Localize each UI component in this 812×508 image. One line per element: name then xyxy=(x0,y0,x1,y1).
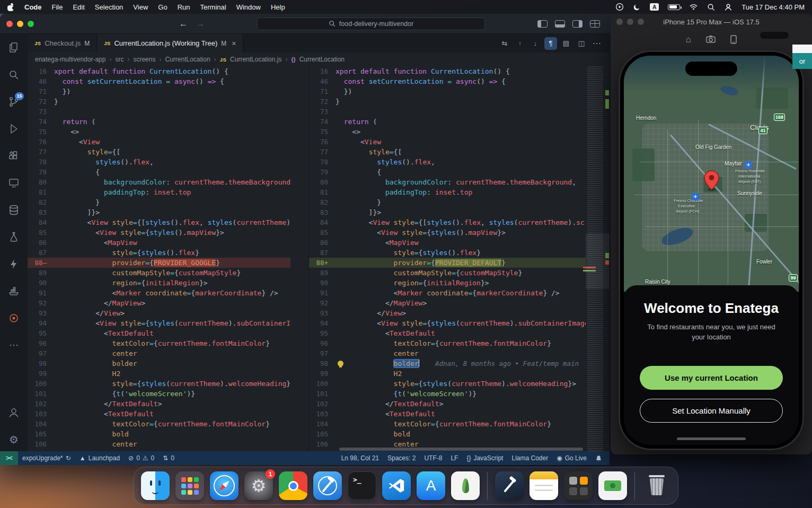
problems-item[interactable]: ⊘ 0 ⚠ 0 xyxy=(124,451,158,465)
set-location-manually-button[interactable]: Set Location Manually xyxy=(640,399,783,423)
extension-logo-icon[interactable] xyxy=(7,312,20,325)
dock-safari-icon[interactable] xyxy=(210,471,239,500)
code-line-90[interactable]: 90 region={initialRegion}> xyxy=(28,278,290,288)
account-icon[interactable] xyxy=(7,406,20,419)
breadcrumb-item[interactable]: enatega-multivendor-app xyxy=(35,56,105,63)
menubar-clock[interactable]: Tue 17 Dec 4:40 PM xyxy=(742,3,805,11)
toggle-panel-icon[interactable] xyxy=(555,20,565,28)
more-actions-icon[interactable]: ⋯ xyxy=(590,37,603,50)
map-icon[interactable]: ▤ xyxy=(560,37,572,50)
menu-item-run[interactable]: Run xyxy=(178,3,190,11)
code-line-88[interactable]: 88— provider={PROVIDER_GOOGLE} xyxy=(28,258,290,268)
code-line-98[interactable]: 98 bolder xyxy=(28,358,290,369)
code-line-46[interactable]: 46 const setCurrentLocation = async() =>… xyxy=(28,76,290,86)
code-line-89[interactable]: 89 customMapStyle={customMapStyle} xyxy=(28,268,290,278)
code-line-91[interactable]: 91 <Marker coordinate={markerCoordinate}… xyxy=(309,288,586,298)
code-line-84[interactable]: 84 <View style={[styles().flex, styles(c… xyxy=(28,217,290,227)
code-line-94[interactable]: 94 <View style={styles(currentTheme).sub… xyxy=(28,318,290,328)
code-line-96[interactable]: 96 textColor={currentTheme.fontMainColor… xyxy=(309,338,586,348)
code-line-74[interactable]: 74 return ( xyxy=(28,117,290,127)
diff-original-pane[interactable]: 16xport default function CurrentLocation… xyxy=(28,66,309,451)
horizontal-scrollbar[interactable] xyxy=(339,448,583,451)
home-indicator[interactable] xyxy=(677,437,746,440)
code-line-80[interactable]: 80 backgroundColor: currentTheme.themeBa… xyxy=(28,177,290,187)
eol-item[interactable]: LF xyxy=(446,454,462,462)
menu-item-go[interactable]: Go xyxy=(158,3,167,11)
thunder-client-icon[interactable] xyxy=(7,258,20,270)
wifi-icon[interactable] xyxy=(689,3,698,11)
code-line-99[interactable]: 99 H2 xyxy=(309,369,586,379)
code-line-85[interactable]: 85 <View style={styles().mapView}> xyxy=(309,227,586,238)
navigate-back-icon[interactable]: ← xyxy=(179,19,188,29)
explorer-icon[interactable] xyxy=(7,41,20,54)
code-line-73[interactable]: 73 xyxy=(28,107,290,117)
location-pin-icon[interactable] xyxy=(703,170,720,192)
breadcrumb-item[interactable]: CurrentLocation.js xyxy=(230,56,281,63)
menu-item-view[interactable]: View xyxy=(133,3,148,11)
code-line-95[interactable]: 95 <TextDefault xyxy=(309,328,586,338)
dock-appstore-icon[interactable]: A xyxy=(417,471,445,500)
code-line-72[interactable]: 72} xyxy=(28,97,290,107)
code-line-77[interactable]: 77 style={[ xyxy=(309,147,586,157)
database-icon[interactable] xyxy=(7,204,20,216)
code-line-91[interactable]: 91 <Marker coordinate={markerCoordinate}… xyxy=(28,288,290,298)
cursor-position-item[interactable]: Ln 98, Col 21 xyxy=(337,454,383,462)
code-line-16[interactable]: 16xport default function CurrentLocation… xyxy=(309,66,586,76)
code-line-75[interactable]: 75 <> xyxy=(28,127,290,137)
render-whitespace-icon[interactable]: ¶ xyxy=(544,37,557,50)
code-line-80[interactable]: 80 backgroundColor: currentTheme.themeBa… xyxy=(309,177,586,187)
code-line-100[interactable]: 100 style={styles(currentTheme).welcomeH… xyxy=(309,379,586,389)
code-line-82[interactable]: 82 } xyxy=(28,197,290,207)
focus-moon-icon[interactable] xyxy=(633,3,641,11)
extensions-icon[interactable] xyxy=(7,150,20,162)
code-line-97[interactable]: 97 center xyxy=(28,348,290,358)
next-change-icon[interactable]: ↓ xyxy=(529,37,542,50)
menu-item-window[interactable]: Window xyxy=(236,3,261,11)
code-line-95[interactable]: 95 <TextDefault xyxy=(28,328,290,338)
code-line-71[interactable]: 71 }) xyxy=(28,86,290,97)
code-line-105[interactable]: 105 bold xyxy=(309,429,586,439)
docker-icon[interactable] xyxy=(7,285,20,297)
music-menu-icon[interactable] xyxy=(615,3,624,11)
code-line-101[interactable]: 101 {t('welcomeScreen')} xyxy=(28,389,290,399)
split-editor-icon[interactable]: ◫ xyxy=(575,37,588,50)
previous-change-icon[interactable]: ↑ xyxy=(514,37,526,50)
dock-finder-icon[interactable]: ⌣ xyxy=(141,471,170,500)
menu-item-selection[interactable]: Selection xyxy=(95,3,123,11)
code-line-78[interactable]: 78 styles().flex, xyxy=(309,157,586,167)
code-line-87[interactable]: 87 style={styles().flex} xyxy=(309,248,586,258)
code-line-71[interactable]: 71 }) xyxy=(309,86,586,97)
code-line-100[interactable]: 100 style={styles(currentTheme).welcomeH… xyxy=(28,379,290,389)
code-line-82[interactable]: 82 } xyxy=(309,197,586,207)
dock-chrome-icon[interactable] xyxy=(279,471,307,500)
dock-wallet-icon[interactable] xyxy=(598,471,627,500)
code-line-84[interactable]: 84 <View style={[styles().flex, styles(c… xyxy=(309,217,586,227)
apple-menu-icon[interactable] xyxy=(7,3,14,11)
breadcrumb-item[interactable]: src xyxy=(115,56,123,63)
code-line-97[interactable]: 97 center xyxy=(309,348,586,358)
code-line-88[interactable]: 88+ provider={PROVIDER_DEFAULT} xyxy=(309,258,586,268)
code-line-98[interactable]: 98 bolderAdnan, 8 months ago • Feat/temp… xyxy=(309,358,586,369)
diff-modified-pane[interactable]: 16xport default function CurrentLocation… xyxy=(309,66,610,451)
go-live-item[interactable]: ◉ Go Live xyxy=(552,454,591,462)
run-debug-icon[interactable] xyxy=(7,122,20,135)
code-line-92[interactable]: 92 </MapView> xyxy=(309,298,586,308)
customize-layout-icon[interactable] xyxy=(590,20,600,28)
menu-item-edit[interactable]: Edit xyxy=(73,3,84,11)
code-line-46[interactable]: 46 const setCurrentLocation = async() =>… xyxy=(309,76,586,86)
code-line-75[interactable]: 75 <> xyxy=(309,127,586,137)
code-line-94[interactable]: 94 <View style={styles(currentTheme).sub… xyxy=(309,318,586,328)
menu-item-file[interactable]: File xyxy=(52,3,63,11)
remote-indicator[interactable]: >< xyxy=(0,451,18,465)
code-line-93[interactable]: 93 </View> xyxy=(28,308,290,318)
input-source-icon[interactable]: A xyxy=(650,3,659,11)
code-line-79[interactable]: 79 { xyxy=(309,167,586,177)
encoding-item[interactable]: UTF-8 xyxy=(420,454,446,462)
code-line-102[interactable]: 102 </TextDefault> xyxy=(28,399,290,409)
menu-item-terminal[interactable]: Terminal xyxy=(200,3,226,11)
map-view[interactable]: HerndonClovisOld Fig GardenMayfairFresno… xyxy=(624,56,799,292)
source-control-icon[interactable]: 15 xyxy=(7,95,20,108)
code-line-104[interactable]: 104 textColor={currentTheme.fontMainColo… xyxy=(309,419,586,429)
dock-devtools-icon[interactable] xyxy=(495,471,524,500)
code-line-86[interactable]: 86 <MapView xyxy=(309,238,586,248)
